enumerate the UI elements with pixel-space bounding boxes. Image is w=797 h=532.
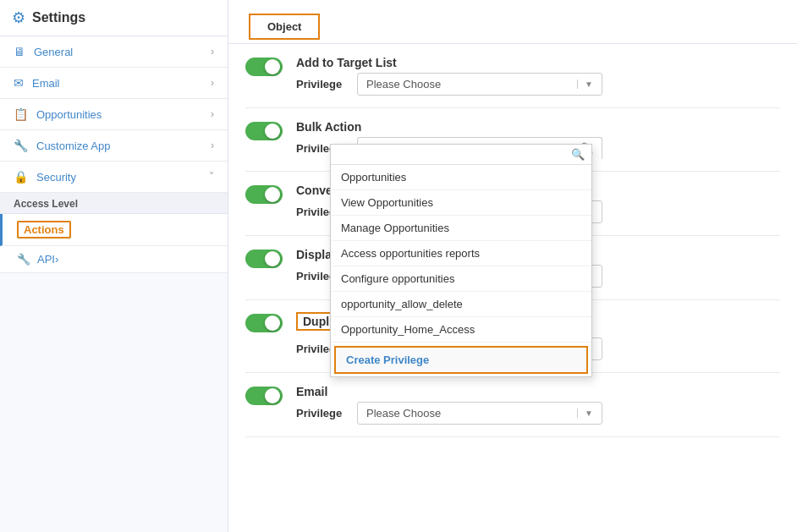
action-row-add-to-target-list: Add to Target List Privilege Please Choo… [245, 44, 780, 108]
sidebar-item-label: Security [36, 171, 209, 184]
search-icon: 🔍 [571, 148, 585, 161]
dropdown-item-access-reports[interactable]: Access opportunities reports [331, 241, 591, 266]
privilege-label: Privilege [296, 78, 347, 90]
chevron-right-icon: › [55, 253, 58, 266]
dropdown-item-manage-opportunities[interactable]: Manage Opportunities [331, 216, 591, 241]
privilege-label: Privilege [296, 407, 347, 420]
monitor-icon: 🖥 [14, 45, 25, 58]
toggle-convert[interactable] [245, 185, 283, 204]
dropdown-item-create-privilege[interactable]: Create Privilege [334, 346, 588, 374]
dropdown-search-input[interactable] [338, 148, 571, 161]
select-text: Please Choose [366, 407, 570, 420]
sidebar-title: Settings [32, 10, 85, 25]
content-area: Add to Target List Privilege Please Choo… [228, 44, 797, 532]
sidebar-item-opportunities[interactable]: 📋 Opportunities › [0, 99, 228, 130]
main-content: Object ‹ Add to Target List Privilege Pl… [228, 0, 797, 532]
action-info-email: Email Privilege Please Choose ▼ [296, 385, 780, 425]
sidebar-item-label: Email [32, 77, 211, 90]
privilege-dropdown: 🔍 Opportunities View Opportunities Manag… [330, 144, 592, 377]
sidebar-item-label: API [37, 253, 55, 266]
toggle-bulk-action[interactable] [245, 122, 283, 140]
toggle-email[interactable] [245, 387, 283, 405]
dropdown-item-opportunities[interactable]: Opportunities [331, 165, 591, 190]
privilege-select-add-to-target-list[interactable]: Please Choose ▼ [357, 73, 602, 96]
wrench-icon: 🔧 [14, 139, 28, 152]
dropdown-item-allow-delete[interactable]: opportunity_allow_delete [331, 292, 591, 317]
sidebar-item-actions[interactable]: Actions [0, 214, 228, 246]
toggle-add-to-target-list[interactable] [245, 58, 283, 76]
api-icon: 🔧 [17, 253, 30, 266]
sidebar-item-label: General [34, 46, 211, 58]
privilege-row: Privilege Please Choose ▼ [296, 402, 780, 425]
sidebar-item-customize-app[interactable]: 🔧 Customize App › [0, 130, 228, 162]
gear-icon: ⚙ [12, 8, 25, 27]
chevron-right-icon: › [211, 77, 214, 89]
toggle-duplicate[interactable] [245, 314, 283, 332]
dropdown-item-view-opportunities[interactable]: View Opportunities [331, 190, 591, 216]
sidebar-item-security[interactable]: 🔒 Security ˅ [0, 162, 228, 193]
toggle-display-dropdown[interactable] [245, 250, 283, 268]
dropdown-item-home-access[interactable]: Opportunity_Home_Access [331, 317, 591, 343]
chevron-right-icon: › [211, 108, 214, 120]
action-row-email: Email Privilege Please Choose ▼ [245, 373, 780, 437]
chevron-right-icon: › [211, 140, 214, 151]
chevron-right-icon: › [211, 46, 214, 58]
sidebar-item-label: Opportunities [36, 108, 211, 121]
privilege-select-email[interactable]: Please Choose ▼ [357, 402, 602, 425]
sidebar-item-email[interactable]: ✉ Email › [0, 68, 228, 99]
dropdown-item-configure-opportunities[interactable]: Configure opportunities [331, 266, 591, 292]
dropdown-arrow-icon: ▼ [577, 80, 593, 89]
sidebar: ⚙ Settings 🖥 General › ✉ Email › 📋 Oppor… [0, 0, 228, 532]
dropdown-list: Opportunities View Opportunities Manage … [331, 165, 591, 376]
action-name: Bulk Action [296, 120, 780, 134]
lock-icon: 🔒 [14, 170, 28, 184]
opportunities-icon: 📋 [14, 107, 28, 121]
sidebar-item-general[interactable]: 🖥 General › [0, 36, 228, 68]
sidebar-item-label: Customize App [36, 140, 211, 152]
dropdown-arrow-icon: ▼ [577, 409, 593, 418]
object-tab[interactable]: Object [249, 14, 320, 40]
action-name: Email [296, 385, 780, 398]
chevron-down-icon: ˅ [209, 171, 214, 183]
dropdown-search-bar: 🔍 [331, 145, 591, 165]
privilege-row: Privilege Please Choose ▼ [296, 73, 780, 96]
action-name: Add to Target List [296, 56, 780, 69]
action-info-add-to-target-list: Add to Target List Privilege Please Choo… [296, 56, 780, 96]
email-icon: ✉ [14, 76, 24, 90]
actions-label: Actions [17, 221, 71, 239]
access-level-header: Access Level [0, 193, 228, 214]
select-text: Please Choose [366, 78, 570, 90]
sidebar-item-api[interactable]: 🔧 API › [0, 246, 228, 273]
sidebar-header: ⚙ Settings [0, 0, 228, 36]
